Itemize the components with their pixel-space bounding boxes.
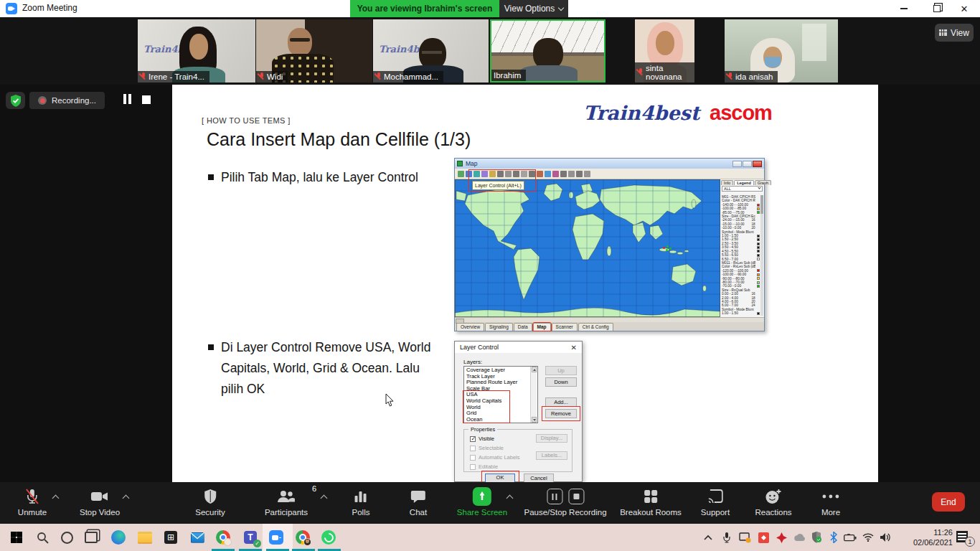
map-window-titlebar: Map — [455, 159, 764, 169]
tray-red-diamond-app-icon[interactable] — [757, 531, 770, 544]
map-toolbar-icon — [576, 171, 583, 177]
slide-kicker: [ HOW TO USE TEMS ] — [202, 116, 291, 125]
wifi-icon[interactable] — [862, 531, 875, 544]
map-toolbar-icon — [560, 171, 567, 177]
drive-test-dot — [663, 247, 665, 249]
visible-checkbox: Visible — [470, 435, 494, 442]
chat-bubble-icon — [410, 487, 427, 506]
share-screen-button[interactable]: Share Screen — [457, 487, 507, 517]
volume-icon[interactable] — [879, 531, 892, 544]
dialog-titlebar: Layer Control ✕ — [455, 342, 582, 353]
security-button[interactable]: Security — [195, 487, 225, 517]
audio-options-chevron[interactable] — [53, 494, 59, 500]
teams-icon[interactable] — [242, 529, 259, 546]
breakout-rooms-icon — [620, 487, 682, 506]
slide-bullet: Pilih Tab Map, lalu ke Layer Control — [208, 167, 423, 188]
pause-recording-button[interactable] — [122, 94, 133, 105]
tems-map-window-screenshot: Map Layer Control (Alt+L) — [454, 158, 765, 331]
participant-name-label: Widi — [256, 71, 288, 83]
video-thumbnail-strip: Train4best Irene - Train4... Widi Train4… — [0, 17, 980, 85]
support-icon — [701, 487, 730, 506]
meeting-controls-toolbar: Unmute Stop Video Security — [0, 482, 980, 524]
unmute-button[interactable]: Unmute — [18, 487, 47, 517]
mouse-cursor — [385, 393, 395, 408]
start-button[interactable] — [8, 529, 25, 546]
clock-date: 02/06/2021 — [901, 537, 953, 547]
participant-video-widi[interactable]: Widi — [256, 19, 372, 83]
task-view-icon[interactable] — [83, 529, 100, 546]
muted-mic-icon — [140, 72, 146, 81]
legend-scrollbar — [760, 195, 763, 316]
tray-expand-chevron[interactable] — [702, 531, 715, 544]
battery-icon[interactable] — [844, 531, 857, 544]
whatsapp-icon[interactable] — [320, 529, 337, 546]
support-button[interactable]: Support — [701, 487, 730, 517]
reactions-button[interactable]: Reactions — [755, 487, 791, 517]
view-layout-button[interactable]: View — [935, 24, 974, 42]
shared-slide: [ HOW TO USE TEMS ] Cara Insert Map dan … — [172, 85, 878, 482]
video-options-chevron[interactable] — [123, 494, 129, 500]
pause-stop-recording-button[interactable]: Pause/Stop Recording — [524, 487, 606, 517]
bluetooth-icon[interactable] — [827, 531, 840, 544]
map-legend-panel: InfoLegendGraph ALL M01 - DAK CPICH RSCP… — [720, 179, 764, 317]
participant-video-mochammad[interactable]: Train4best Mochammad... — [373, 19, 489, 83]
down-button: Down — [545, 377, 577, 387]
mail-icon[interactable] — [189, 529, 206, 546]
legend-filter-dropdown: ALL — [722, 186, 763, 192]
zoom-app-taskbar-icon[interactable] — [268, 529, 285, 546]
polls-button[interactable]: Polls — [352, 487, 370, 517]
security-shield-button[interactable] — [6, 92, 25, 109]
taskbar-clock[interactable]: 11:26 02/06/2021 — [901, 527, 953, 547]
participant-name-label: sinta novanana — [635, 62, 694, 83]
edge-browser-icon[interactable] — [110, 529, 127, 546]
layer-control-dialog-screenshot: Layer Control ✕ Layers: Coverage LayerTr… — [454, 341, 583, 482]
viewing-screen-banner: You are viewing Ibrahim's screen — [350, 0, 499, 17]
tems-tab: Map — [533, 323, 551, 331]
cancel-button: Cancel — [524, 474, 554, 482]
red-highlight-box — [463, 390, 510, 423]
tray-microphone-icon[interactable] — [720, 531, 733, 544]
chevron-down-icon — [758, 186, 760, 189]
participants-options-chevron[interactable] — [321, 494, 327, 500]
properties-groupbox: Properties Visible Selectable Automatic … — [463, 429, 573, 472]
bullet-marker — [208, 174, 214, 180]
checkbox-icon — [470, 455, 476, 461]
breakout-rooms-button[interactable]: Breakout Rooms — [620, 487, 682, 517]
glasses — [290, 38, 310, 42]
participant-video-ibrahim-active-speaker[interactable]: Ibrahim — [490, 19, 606, 83]
chrome-icon[interactable] — [215, 529, 232, 546]
participant-video-ida[interactable]: ida anisah — [725, 19, 838, 83]
grid-view-icon — [939, 29, 947, 36]
minimize-button[interactable] — [888, 0, 920, 17]
world-map-view — [455, 179, 720, 317]
participants-button[interactable]: 6 Participants — [265, 487, 308, 517]
action-center-button[interactable]: 1 — [956, 530, 971, 544]
close-button[interactable] — [948, 0, 980, 17]
participant-name-label: Ibrahim — [491, 70, 526, 81]
end-meeting-button[interactable]: End — [932, 492, 965, 512]
map-horizontal-scrollbar — [455, 317, 764, 322]
legend-panel-tab: Info — [721, 180, 733, 185]
stop-recording-button[interactable] — [142, 95, 151, 104]
cortana-icon[interactable] — [58, 529, 75, 546]
stop-recording-icon — [568, 489, 584, 504]
share-options-chevron[interactable] — [507, 494, 513, 500]
file-explorer-icon[interactable] — [136, 529, 154, 546]
view-options-button[interactable]: View Options — [499, 0, 568, 17]
chat-button[interactable]: Chat — [410, 487, 427, 517]
layers-label: Layers: — [463, 359, 482, 365]
tray-display-share-icon[interactable] — [738, 531, 751, 544]
map-window-icon — [457, 161, 463, 166]
view-options-label: View Options — [504, 4, 555, 14]
onedrive-icon[interactable] — [793, 531, 806, 544]
more-button[interactable]: More — [821, 487, 840, 517]
chrome-profile-icon[interactable] — [294, 529, 311, 546]
search-icon[interactable] — [34, 529, 51, 546]
windows-security-icon[interactable] — [810, 531, 823, 544]
stop-video-button[interactable]: Stop Video — [80, 487, 120, 517]
participant-video-sinta[interactable]: sinta novanana — [635, 19, 694, 83]
participant-video-irene[interactable]: Train4best Irene - Train4... — [138, 19, 255, 83]
muted-mic-icon — [727, 72, 733, 81]
microsoft-store-icon[interactable] — [162, 529, 179, 546]
tray-red-star-app-icon[interactable] — [775, 531, 788, 544]
